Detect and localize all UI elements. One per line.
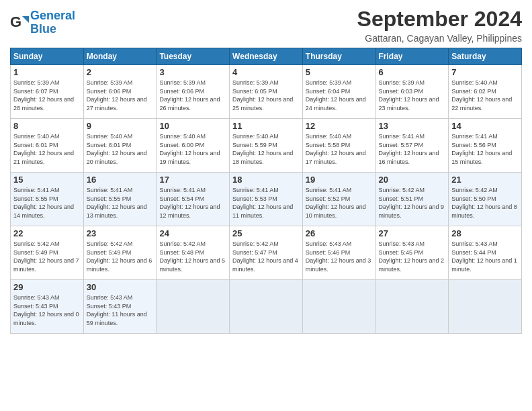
table-row: 15Sunrise: 5:41 AM Sunset: 5:55 PM Dayli… [11, 173, 84, 226]
logo: G General Blue [10, 9, 75, 36]
svg-marker-1 [22, 16, 29, 23]
calendar-page: G General Blue September 2024 Gattaran, … [0, 0, 532, 411]
calendar-week-5: 29Sunrise: 5:43 AM Sunset: 5:43 PM Dayli… [11, 280, 522, 334]
col-wednesday: Wednesday [230, 48, 303, 65]
table-row: 26Sunrise: 5:43 AM Sunset: 5:46 PM Dayli… [302, 226, 375, 280]
location: Gattaran, Cagayan Valley, Philippines [357, 33, 522, 44]
calendar-week-1: 1Sunrise: 5:39 AM Sunset: 6:07 PM Daylig… [11, 65, 522, 119]
table-row: 4Sunrise: 5:39 AM Sunset: 6:05 PM Daylig… [230, 65, 303, 119]
table-row: 3Sunrise: 5:39 AM Sunset: 6:06 PM Daylig… [157, 65, 230, 119]
calendar-table: Sunday Monday Tuesday Wednesday Thursday… [10, 48, 522, 334]
table-row: 9Sunrise: 5:40 AM Sunset: 6:01 PM Daylig… [83, 119, 157, 173]
table-row [302, 280, 375, 334]
logo-icon: G [10, 13, 29, 32]
calendar-week-2: 8Sunrise: 5:40 AM Sunset: 6:01 PM Daylig… [11, 119, 522, 173]
table-row [157, 280, 230, 334]
col-tuesday: Tuesday [157, 48, 230, 65]
table-row [230, 280, 303, 334]
table-row: 19Sunrise: 5:41 AM Sunset: 5:52 PM Dayli… [302, 173, 375, 226]
title-area: September 2024 Gattaran, Cagayan Valley,… [357, 7, 522, 44]
table-row: 13Sunrise: 5:41 AM Sunset: 5:57 PM Dayli… [375, 119, 449, 173]
table-row: 17Sunrise: 5:41 AM Sunset: 5:54 PM Dayli… [157, 173, 230, 226]
table-row: 27Sunrise: 5:43 AM Sunset: 5:45 PM Dayli… [375, 226, 449, 280]
col-monday: Monday [83, 48, 157, 65]
month-title: September 2024 [357, 7, 522, 32]
table-row: 20Sunrise: 5:42 AM Sunset: 5:51 PM Dayli… [375, 173, 449, 226]
table-row [449, 280, 522, 334]
table-row: 28Sunrise: 5:43 AM Sunset: 5:44 PM Dayli… [449, 226, 522, 280]
table-row: 23Sunrise: 5:42 AM Sunset: 5:49 PM Dayli… [83, 226, 157, 280]
table-row: 8Sunrise: 5:40 AM Sunset: 6:01 PM Daylig… [11, 119, 84, 173]
table-row: 14Sunrise: 5:41 AM Sunset: 5:56 PM Dayli… [449, 119, 522, 173]
header: G General Blue September 2024 Gattaran, … [10, 7, 522, 44]
col-sunday: Sunday [11, 48, 84, 65]
table-row: 25Sunrise: 5:42 AM Sunset: 5:47 PM Dayli… [230, 226, 303, 280]
logo-text: General Blue [30, 9, 75, 36]
logo-blue: Blue [30, 22, 56, 36]
logo-general: General [30, 9, 75, 22]
table-row [375, 280, 449, 334]
table-row: 2Sunrise: 5:39 AM Sunset: 6:06 PM Daylig… [83, 65, 157, 119]
table-row: 1Sunrise: 5:39 AM Sunset: 6:07 PM Daylig… [11, 65, 84, 119]
table-row: 24Sunrise: 5:42 AM Sunset: 5:48 PM Dayli… [157, 226, 230, 280]
svg-text:G: G [10, 13, 21, 30]
table-row: 21Sunrise: 5:42 AM Sunset: 5:50 PM Dayli… [449, 173, 522, 226]
calendar-week-3: 15Sunrise: 5:41 AM Sunset: 5:55 PM Dayli… [11, 173, 522, 226]
table-row: 10Sunrise: 5:40 AM Sunset: 6:00 PM Dayli… [157, 119, 230, 173]
table-row: 12Sunrise: 5:40 AM Sunset: 5:58 PM Dayli… [302, 119, 375, 173]
table-row: 16Sunrise: 5:41 AM Sunset: 5:55 PM Dayli… [83, 173, 157, 226]
table-row: 5Sunrise: 5:39 AM Sunset: 6:04 PM Daylig… [302, 65, 375, 119]
header-row: Sunday Monday Tuesday Wednesday Thursday… [11, 48, 522, 65]
table-row: 18Sunrise: 5:41 AM Sunset: 5:53 PM Dayli… [230, 173, 303, 226]
table-row: 11Sunrise: 5:40 AM Sunset: 5:59 PM Dayli… [230, 119, 303, 173]
calendar-week-4: 22Sunrise: 5:42 AM Sunset: 5:49 PM Dayli… [11, 226, 522, 280]
col-friday: Friday [375, 48, 449, 65]
col-thursday: Thursday [302, 48, 375, 65]
table-row: 22Sunrise: 5:42 AM Sunset: 5:49 PM Dayli… [11, 226, 84, 280]
table-row: 7Sunrise: 5:40 AM Sunset: 6:02 PM Daylig… [449, 65, 522, 119]
table-row: 29Sunrise: 5:43 AM Sunset: 5:43 PM Dayli… [11, 280, 84, 334]
table-row: 30Sunrise: 5:43 AM Sunset: 5:43 PM Dayli… [83, 280, 157, 334]
col-saturday: Saturday [449, 48, 522, 65]
table-row: 6Sunrise: 5:39 AM Sunset: 6:03 PM Daylig… [375, 65, 449, 119]
